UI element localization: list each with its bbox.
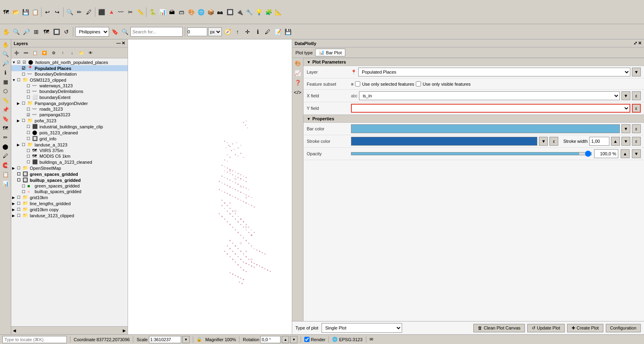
y-field-select[interactable] [351,104,630,113]
form-tool-icon[interactable]: 📋 [1,170,10,179]
stroke-width-input[interactable] [589,137,609,146]
location-select[interactable]: Philippines [75,27,109,37]
redo-icon[interactable]: ↪ [53,8,62,16]
scale-dropdown-btn[interactable]: ▼ [182,336,190,343]
new-project-icon[interactable]: 🗺 [2,8,10,16]
opacity-down-btn[interactable]: ▼ [632,149,641,158]
layers-close-icon[interactable]: ✕ [122,41,125,46]
plugin-icon[interactable]: 🔌 [235,8,244,16]
layer-item-grid-info[interactable]: ☐ 🔲 grid_info [11,136,128,142]
zoom-select-icon[interactable]: 🔲 [52,27,61,36]
group-icon[interactable]: 📁 [77,48,86,57]
compass-icon[interactable]: 🧭 [223,27,232,36]
layer-options-btn[interactable]: ▼ [632,68,641,76]
undo-icon[interactable]: ↩ [43,8,52,16]
ext-icon[interactable]: 🧩 [264,8,273,16]
opacity-slider[interactable] [351,152,592,155]
props-toggle-icon[interactable]: ▼ [307,117,311,121]
save-icon[interactable]: 💾 [21,8,30,16]
scale-input[interactable] [149,336,181,343]
line-icon[interactable]: 〰 [116,8,125,16]
layer-item-buildup-gridded2[interactable]: ☐ ■ builtup_spaces_gridded [11,189,128,194]
building-icon[interactable]: 🏘 [216,8,225,16]
layer-item-line-lengths[interactable]: ▶ ☐ 📁 line_lengths_gridded [11,200,128,206]
x-field-select[interactable]: is_in [359,91,620,100]
measure-tool-icon[interactable]: 📏 [1,96,10,105]
help-icon[interactable]: 💡 [254,8,263,16]
layer-item-openstreetmap[interactable]: ▶ ☐ 📁 OpenStreetMap [11,165,128,171]
polygon-icon[interactable]: 🔺 [107,8,116,16]
lock-icon[interactable]: 🔒 [196,337,202,342]
measure-icon[interactable]: 📏 [136,8,144,16]
bookmark-tool-icon[interactable]: 🔖 [1,114,10,123]
map-canvas[interactable] [128,39,292,334]
stroke-color-dropdown-btn[interactable]: ▼ [539,137,548,146]
layer-item-pampanga[interactable]: ▶ ☐ 📁 Pampanga_polygonDivider [11,100,128,106]
refresh-icon[interactable]: ↺ [62,27,71,36]
use-selected-checkbox[interactable] [355,81,360,87]
layer-item-boundary-del[interactable]: ☐ 〰 boundaryDelimitations [11,89,128,94]
layer-item-green-gridded[interactable]: ☐ 🔲 green_spaces_gridded [11,171,128,177]
cut-icon[interactable]: ✂ [126,8,135,16]
search-toggle-icon[interactable]: 🔍 [120,27,129,36]
scroll-left-icon[interactable]: ◀ [13,328,16,333]
db-icon[interactable]: 🗃 [177,8,186,16]
rotation-unit-select[interactable]: px [208,27,222,36]
type-of-plot-select[interactable]: Single Plot [322,323,402,333]
layer-item-green-gridded2[interactable]: ☐ ■ green_spaces_gridded [11,183,128,189]
annotation-tool-icon[interactable]: 📌 [1,105,10,114]
terrain-icon[interactable]: 🏔 [167,8,176,16]
zoom-in-icon[interactable]: 🔍 [12,27,21,36]
settings-icon[interactable]: 🔧 [245,8,254,16]
y-field-expr-btn[interactable]: ε [632,104,641,113]
attr-tool-icon[interactable]: 📊 [1,179,10,188]
layer-item-osm3123[interactable]: ▼ ☐ 📁 OSM3123_clipped [11,77,128,83]
layer-item-grid10km[interactable]: ▶ ☐ 📁 grid10km [11,194,128,200]
locate-input[interactable] [4,337,61,342]
layer-item-modis[interactable]: ☐ 🗺 MODIS C6 1km [11,153,128,159]
stroke-width-expr-btn[interactable]: ε [632,137,641,146]
zoom-full-icon[interactable]: ⊞ [32,27,41,36]
rotation-status-input[interactable] [260,336,281,343]
digitize-tool-icon[interactable]: 🖊 [1,151,10,160]
pan-icon[interactable]: ✋ [2,27,10,36]
layer-prop-icon[interactable]: ⚙ [49,48,58,57]
layer-item-buildup-gridded[interactable]: ☐ 🔲 builtup_spaces_gridded [11,177,128,183]
epsg-item[interactable]: 🌐 EPSG:3123 [332,337,362,342]
x-field-options-btn[interactable]: ▼ [621,91,630,100]
rotation-input[interactable] [187,27,207,36]
open-attr-icon[interactable]: 📋 [31,48,39,57]
node-tool-icon[interactable]: ⬤ [1,142,10,151]
move-down-icon[interactable]: ↓ [68,48,76,57]
web-icon[interactable]: 🌐 [196,8,205,16]
edit-icon[interactable]: ✏ [75,8,84,16]
identify-icon[interactable]: ℹ [253,27,262,36]
x-field-expr-btn[interactable]: ε [632,91,641,100]
messages-icon[interactable]: ✉ [369,337,373,342]
bookmark-icon[interactable]: 🔖 [110,27,119,36]
layer-item-viirs[interactable]: ☐ 🗺 VIIRS 375m [11,148,128,153]
draw-icon[interactable]: 🖊 [85,8,93,16]
plotly-icon3[interactable]: ❓ [293,78,302,87]
layer-item-pampanga3123[interactable]: ☑ 〰 pampanga3123 [11,112,128,117]
use-visible-checkbox[interactable] [416,81,421,87]
opacity-value-input[interactable] [594,149,618,158]
layer-item-boundary-extent[interactable]: ☐ ⬜ boundaryExtent [11,94,128,100]
layer-item-populated-places[interactable]: ☑ 📍 Populated Places [11,65,128,71]
layer-item-landuse-clipped[interactable]: ▶ ☐ 📁 landuse_3123_clipped [11,212,128,218]
pan-tool-icon[interactable]: ✋ [1,40,10,49]
plotly-icon2[interactable]: 📈 [293,68,302,77]
remove-layer-icon[interactable]: ➖ [21,48,30,57]
render-checkbox[interactable] [304,337,310,342]
grid-icon[interactable]: 🔲 [225,8,234,16]
rotation-up-btn[interactable]: ▲ [282,336,289,343]
style-icon[interactable]: 🎨 [187,8,196,16]
plot-type-button[interactable]: 📊 Bar Plot [315,49,345,56]
bar-color-swatch[interactable] [351,124,620,133]
zoom-layer-icon[interactable]: 🗺 [42,27,51,36]
edit-tool-icon[interactable]: ✏ [1,133,10,142]
search-input[interactable] [132,29,181,34]
stroke-width-down-btn[interactable]: ▼ [621,137,630,146]
edit2-icon[interactable]: 🖊 [263,27,272,36]
scroll-right-icon[interactable]: ▶ [123,328,126,333]
